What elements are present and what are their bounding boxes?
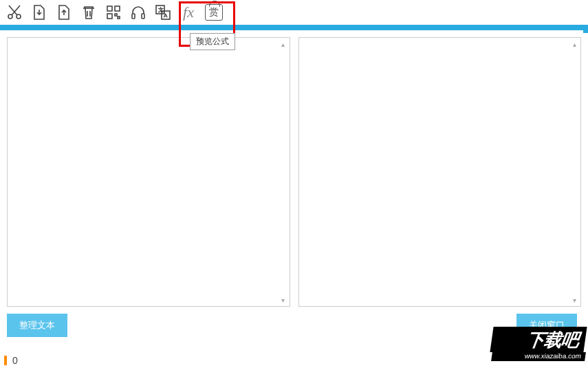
scroll-up-icon[interactable]: ▴ — [279, 39, 288, 49]
svg-rect-8 — [107, 14, 112, 19]
main-area: ▴ ▾ ▴ ▾ — [0, 30, 588, 310]
svg-rect-12 — [142, 14, 144, 19]
headphones-icon[interactable] — [129, 3, 147, 21]
svg-text:A: A — [164, 12, 168, 19]
status-bar: 0 — [0, 353, 18, 368]
formula-icon[interactable]: fx — [179, 3, 198, 21]
svg-rect-6 — [107, 6, 112, 11]
divider-edge — [583, 25, 588, 33]
cut-icon[interactable] — [6, 3, 23, 21]
svg-text:文: 文 — [158, 7, 164, 13]
right-textarea[interactable]: ▴ ▾ — [298, 37, 582, 307]
divider-bar — [0, 25, 588, 30]
import-icon[interactable] — [30, 3, 48, 21]
status-marker — [4, 356, 7, 365]
svg-rect-10 — [118, 17, 120, 19]
qr-icon[interactable] — [105, 3, 122, 21]
status-count: 0 — [12, 355, 18, 366]
export-icon[interactable] — [55, 3, 73, 21]
translate-icon[interactable]: 文 A — [154, 3, 172, 21]
tooltip: 预览公式 — [190, 33, 235, 50]
reward-icon[interactable]: 赏 — [205, 4, 223, 21]
scroll-down-icon[interactable]: ▾ — [569, 295, 579, 305]
svg-rect-7 — [115, 6, 120, 11]
toolbar: 文 A fx 赏 — [0, 0, 588, 25]
watermark-url: www.xiazaiba.com — [491, 352, 586, 361]
scroll-up-icon[interactable]: ▴ — [569, 39, 579, 49]
left-textarea[interactable]: ▴ ▾ — [7, 37, 290, 307]
scroll-down-icon[interactable]: ▾ — [279, 295, 288, 305]
organize-text-button[interactable]: 整理文本 — [7, 314, 67, 337]
delete-icon[interactable] — [80, 3, 98, 21]
svg-rect-9 — [115, 14, 117, 16]
close-window-button[interactable]: 关闭窗口 — [516, 314, 577, 337]
svg-rect-11 — [132, 14, 135, 19]
